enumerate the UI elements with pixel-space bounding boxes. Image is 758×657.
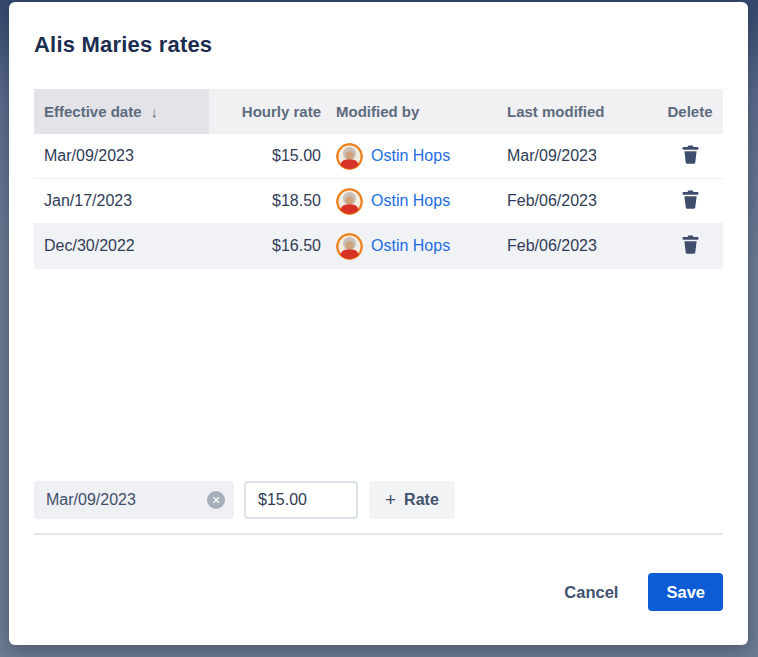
modal-footer: Cancel Save xyxy=(34,573,723,611)
delete-rate-button[interactable] xyxy=(675,142,706,170)
add-rate-form: ✕ + Rate xyxy=(34,481,723,519)
trash-icon xyxy=(681,234,700,255)
hourly-rate-cell: $18.50 xyxy=(209,192,321,210)
column-header-delete: Delete xyxy=(657,103,723,120)
table-header-row: Effective date ↓ Hourly rate Modified by… xyxy=(34,89,723,134)
modal-title: Alis Maries rates xyxy=(34,32,723,58)
rates-table: Effective date ↓ Hourly rate Modified by… xyxy=(34,89,723,269)
trash-icon xyxy=(681,189,700,210)
sort-descending-icon: ↓ xyxy=(151,103,159,120)
clear-date-icon[interactable]: ✕ xyxy=(207,491,225,509)
column-header-hourly-rate: Hourly rate xyxy=(209,103,321,120)
add-rate-button-label: Rate xyxy=(404,491,439,509)
modified-by-cell: Ostin Hops xyxy=(321,188,507,215)
delete-rate-button[interactable] xyxy=(675,232,706,260)
last-modified-cell: Feb/06/2023 xyxy=(507,192,657,210)
last-modified-cell: Feb/06/2023 xyxy=(507,237,657,255)
user-avatar xyxy=(336,233,363,260)
table-row: Jan/17/2023 $18.50 Ostin Hops Feb/06/202… xyxy=(34,179,723,224)
hourly-rate-cell: $15.00 xyxy=(209,147,321,165)
modified-by-user-link[interactable]: Ostin Hops xyxy=(371,192,450,210)
table-row: Dec/30/2022 $16.50 Ostin Hops Feb/06/202… xyxy=(34,224,723,269)
modified-by-user-link[interactable]: Ostin Hops xyxy=(371,237,450,255)
column-header-effective-date[interactable]: Effective date ↓ xyxy=(34,89,209,134)
user-avatar xyxy=(336,143,363,170)
modified-by-user-link[interactable]: Ostin Hops xyxy=(371,147,450,165)
effective-date-field[interactable]: ✕ xyxy=(34,481,234,519)
hourly-rate-input[interactable] xyxy=(244,481,358,519)
effective-date-cell: Dec/30/2022 xyxy=(34,237,209,255)
footer-divider xyxy=(34,533,723,535)
column-header-effective-date-label: Effective date xyxy=(44,103,142,120)
effective-date-cell: Jan/17/2023 xyxy=(34,192,209,210)
hourly-rate-cell: $16.50 xyxy=(209,237,321,255)
effective-date-input[interactable] xyxy=(46,491,207,509)
cancel-button[interactable]: Cancel xyxy=(560,577,622,608)
last-modified-cell: Mar/09/2023 xyxy=(507,147,657,165)
delete-rate-button[interactable] xyxy=(675,187,706,215)
modified-by-cell: Ostin Hops xyxy=(321,143,507,170)
add-rate-button[interactable]: + Rate xyxy=(369,481,455,519)
table-row: Mar/09/2023 $15.00 Ostin Hops Mar/09/202… xyxy=(34,134,723,179)
modified-by-cell: Ostin Hops xyxy=(321,233,507,260)
save-button[interactable]: Save xyxy=(648,573,723,611)
trash-icon xyxy=(681,144,700,165)
user-avatar xyxy=(336,188,363,215)
column-header-last-modified: Last modified xyxy=(507,103,657,120)
effective-date-cell: Mar/09/2023 xyxy=(34,147,209,165)
column-header-modified-by: Modified by xyxy=(321,103,507,120)
rates-modal: Alis Maries rates Effective date ↓ Hourl… xyxy=(9,2,748,645)
plus-icon: + xyxy=(385,489,396,511)
